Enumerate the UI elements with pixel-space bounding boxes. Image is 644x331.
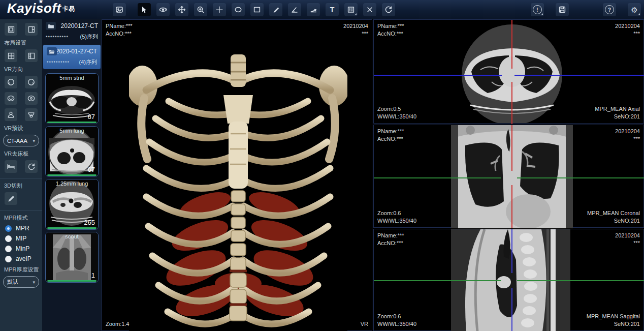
axial-crosshair-vertical-top[interactable] <box>511 20 512 69</box>
series-panel: 20200127-CT ********** (5)序列 2020-01-27-… <box>42 19 102 331</box>
mpr-coronal-viewport[interactable]: PName:*** AccNO:*** 20210204 *** Zoom:0.… <box>373 125 644 228</box>
wwwl-text: WW/WL:350/40 <box>377 217 416 225</box>
zoom-in-button[interactable] <box>194 3 207 16</box>
text-tool-icon: T <box>330 6 335 14</box>
pencil-measure-button[interactable] <box>269 3 282 16</box>
vr-head-front-button[interactable] <box>5 92 17 105</box>
cut3d-section-label: 3D切割 <box>4 182 42 190</box>
series-thumbnail-125mm-lung[interactable]: 1.25mm lung 265 <box>45 179 99 230</box>
axial-crosshair-horizontal-left[interactable] <box>374 75 502 76</box>
folder-open-icon <box>47 47 57 55</box>
coronal-crosshair-horizontal-right[interactable] <box>517 177 644 178</box>
mpr-mode-label: MIP <box>16 235 26 242</box>
layout-2x2-button[interactable] <box>5 49 17 62</box>
thumbnail-progress-bar <box>47 174 96 176</box>
layout-single-icon <box>7 25 15 34</box>
series-thumbnail-5mm-stnd[interactable]: 5mm stnd 67 <box>45 73 99 124</box>
image-2d-button[interactable] <box>113 3 126 16</box>
help-button[interactable]: ? <box>603 3 616 16</box>
rotate-3d-button[interactable] <box>156 3 170 16</box>
layout-1x2-button[interactable] <box>25 23 38 36</box>
mpr-mode-option-mip[interactable]: MIP <box>5 235 42 242</box>
sagittal-crosshair-vertical-top[interactable] <box>511 229 512 273</box>
seno-text: SeNO:201 <box>587 217 640 225</box>
text-tool-button[interactable]: T <box>326 3 339 16</box>
series-thumbnail-scout[interactable]: scout 1 <box>45 232 99 283</box>
vr-head-right-button[interactable] <box>25 76 38 88</box>
main-toolbar: T <box>113 3 395 16</box>
pname-text: PName:*** <box>106 22 133 30</box>
delete-icon <box>366 6 374 14</box>
coronal-crosshair-horizontal-left[interactable] <box>374 177 501 178</box>
mpr-series-overlay: MPR_MEAN Coronal SeNO:201 <box>587 209 640 225</box>
vr-head-top-button[interactable] <box>5 108 17 121</box>
vr-head-left-button[interactable] <box>5 76 17 88</box>
cursor-button[interactable] <box>138 3 151 16</box>
series-thumbnail-5mm-lung[interactable]: 5mm lung 67 <box>45 126 99 177</box>
mpr-view-name: MPR_MEAN Axial <box>595 105 640 113</box>
mpr-mode-option-aveip[interactable]: aveIP <box>5 255 42 262</box>
report-button[interactable]: ! <box>531 3 544 16</box>
radio-unchecked-icon <box>5 256 12 262</box>
vr-viewport[interactable]: PName:*** AccNO:*** 20210204 *** Zoom:1.… <box>102 19 372 331</box>
settings-button[interactable]: ⚙ <box>628 3 641 16</box>
mpr-series-overlay: MPR_MEAN Saggital SeNO:201 <box>587 313 640 328</box>
delete-button[interactable] <box>363 3 376 16</box>
sidebar-divider <box>0 210 42 210</box>
mpr-sagittal-viewport[interactable]: PName:*** AccNO:*** 20210204 *** Zoom:0.… <box>373 229 644 331</box>
save-button[interactable] <box>556 3 569 16</box>
app-logo: Kayisoft★卡易 <box>7 1 75 16</box>
mpr-zoom-overlay: Zoom:0.6 WW/WL:350/40 <box>377 209 416 225</box>
save-icon <box>558 6 566 14</box>
cobb-angle-button[interactable] <box>307 3 320 16</box>
mpr-mode-label: MPR <box>16 225 29 232</box>
vr-preset-select[interactable]: CT-AAA ▾ <box>3 135 39 146</box>
ellipse-tool-button[interactable] <box>232 3 245 16</box>
sagittal-crosshair-horizontal-left[interactable] <box>374 280 501 281</box>
vr-head-back-icon <box>27 94 36 103</box>
restore-bed-button[interactable] <box>25 160 38 173</box>
chevron-down-icon: ▾ <box>33 138 35 143</box>
layout-left-col-button[interactable] <box>25 49 38 62</box>
study-item-2-selected[interactable]: 2020-01-27-CT ********** (4)序列 <box>43 45 101 69</box>
crosshair-button[interactable] <box>213 3 226 16</box>
logo-star-icon: ★ <box>39 0 43 4</box>
mpr-mode-option-minp[interactable]: MinP <box>5 245 42 252</box>
cursor-icon <box>140 6 148 14</box>
remove-bed-button[interactable] <box>5 160 17 173</box>
pname-text: PName:*** <box>377 22 404 30</box>
layout-1x2-icon <box>27 25 36 34</box>
rect-tool-button[interactable] <box>250 3 264 16</box>
xray-thumb-image <box>46 232 98 282</box>
scalpel-button[interactable] <box>5 192 17 205</box>
thumbnail-label: 5mm lung <box>46 128 98 134</box>
mpr-thickness-select[interactable]: 默认 ▾ <box>3 276 39 288</box>
coronal-crosshair-vertical-top[interactable] <box>511 125 512 171</box>
sagittal-crosshair-vertical-bottom[interactable] <box>511 288 512 331</box>
vr-patient-overlay: PName:*** AccNO:*** <box>106 22 133 38</box>
sagittal-crosshair-horizontal-right[interactable] <box>517 280 644 281</box>
layout-single-button[interactable] <box>5 23 17 36</box>
accno-text: AccNO:*** <box>377 239 404 247</box>
image-2d-icon <box>115 6 123 14</box>
angle-button[interactable] <box>288 3 301 16</box>
reset-button[interactable] <box>382 3 395 16</box>
thumbnail-label: 5mm stnd <box>46 75 98 81</box>
vr-head-bottom-button[interactable] <box>25 108 38 121</box>
coronal-crosshair-vertical-bottom[interactable] <box>511 185 512 228</box>
axial-crosshair-horizontal-right[interactable] <box>514 75 644 76</box>
mpr-view-name: MPR_MEAN Saggital <box>587 313 640 320</box>
patient-name-masked: ********** <box>46 35 69 40</box>
window-level-button[interactable] <box>344 3 358 16</box>
axial-crosshair-vertical-bottom[interactable] <box>511 82 512 124</box>
mpr-patient-overlay: PName:*** AccNO:*** <box>377 232 404 247</box>
logo-suffix: 卡易 <box>62 5 75 12</box>
series-count: (5)序列 <box>80 33 98 41</box>
study-item-1[interactable]: 20200127-CT ********** (5)序列 <box>42 19 102 44</box>
masked-text: *** <box>615 239 640 247</box>
mpr-mode-option-mpr[interactable]: MPR <box>5 225 42 232</box>
mpr-axial-viewport[interactable]: PName:*** AccNO:*** 20210204 *** Zoom:0.… <box>373 19 644 124</box>
pan-button[interactable] <box>175 3 188 16</box>
vr-head-back-button[interactable] <box>25 92 38 105</box>
crosshair-icon <box>215 6 223 14</box>
